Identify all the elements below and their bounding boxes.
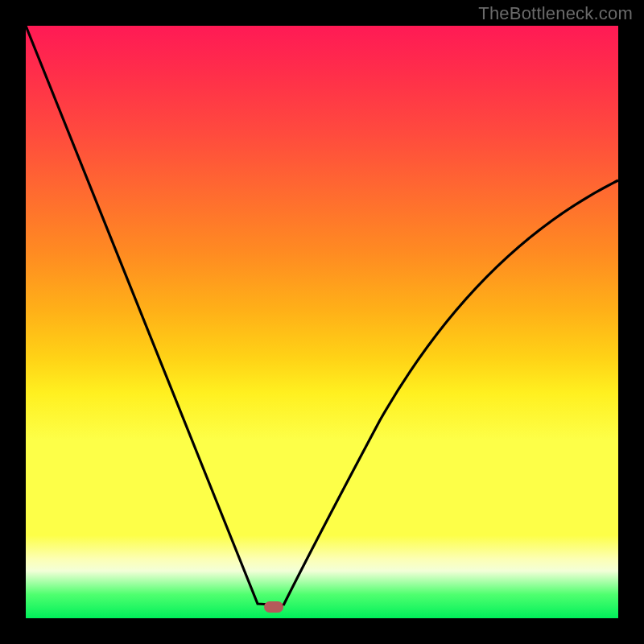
bottleneck-curve (26, 26, 618, 618)
curve-right-branch (283, 180, 618, 605)
plot-area (26, 26, 618, 618)
curve-left-branch (26, 26, 283, 605)
valley-marker (264, 601, 283, 613)
watermark-text: TheBottleneck.com (478, 3, 633, 24)
chart-frame: TheBottleneck.com (0, 0, 644, 644)
